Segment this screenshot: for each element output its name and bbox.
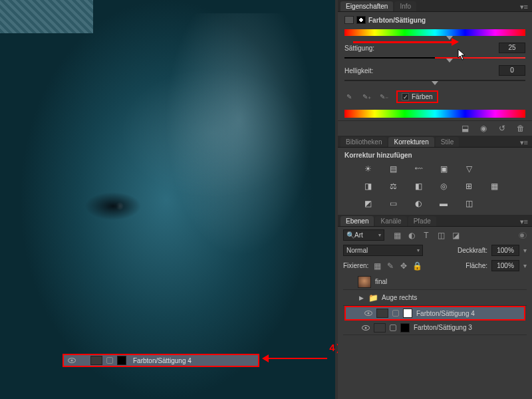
tab-pfade[interactable]: Pfade [408,216,436,226]
opacity-field[interactable]: 100% [491,245,519,256]
link-icon [390,325,396,331]
layer-row[interactable]: final [343,274,527,290]
brightness-label: Helligkeit: [344,67,373,74]
eye-icon[interactable] [68,358,76,363]
right-panels: Eigenschaften Info ▾≡ Farbton/Sättigung … [338,0,532,399]
reset-icon[interactable]: ↺ [497,124,507,133]
tab-info[interactable]: Info [394,1,416,11]
tab-bibliotheken[interactable]: Bibliotheken [340,137,387,147]
threshold-icon[interactable]: ◐ [411,198,426,209]
eyedropper-plus-icon[interactable]: ✎₊ [362,92,371,102]
opacity-label: Deckkraft: [458,247,487,254]
gradient-map-icon[interactable]: ▬ [436,198,451,209]
panel-menu-icon[interactable]: ▾≡ [520,138,528,147]
tab-kanaele[interactable]: Kanäle [375,216,406,226]
mask-swatch [400,323,410,332]
colorize-checkbox-group[interactable]: ✓ Färben [396,90,438,103]
adjustment-thumb [90,356,102,365]
layers-tabbar: Ebenen Kanäle Pfade ▾≡ [338,215,532,227]
bw-icon[interactable]: ◧ [411,180,426,192]
filter-toggle[interactable] [519,232,527,239]
layer-list: final ▶ 📁 Auge rechts Farbton/Sättigung … [343,274,527,335]
colorize-checkbox[interactable]: ✓ [402,93,409,100]
eyedropper-minus-icon[interactable]: ✎₋ [379,92,388,102]
saturation-slider-handle[interactable] [446,59,453,66]
photo-filter-icon[interactable]: ◎ [436,180,451,192]
levels-icon[interactable]: ▤ [386,163,400,175]
layer-row-selected[interactable]: Farbton/Sättigung 4 [344,306,525,321]
panel-menu-icon[interactable]: ▾≡ [520,217,528,226]
document-canvas[interactable] [0,0,335,399]
adjustment-thumb [376,309,388,318]
mask-swatch [403,309,412,318]
filter-adjust-icon[interactable]: ◐ [407,231,416,240]
color-lookup-icon[interactable]: ▦ [487,180,501,192]
layer-row[interactable]: Farbton/Sättigung 3 [343,321,527,335]
trash-icon[interactable]: 🗑 [516,124,525,133]
filter-smart-icon[interactable]: ◪ [451,231,460,240]
layer-thumb [358,276,371,288]
adjustment-icon [344,16,354,24]
properties-tabbar: Eigenschaften Info ▾≡ [338,0,532,12]
adjustments-grid: ☀ ▤ ⬳ ▣ ▽ ◨ ⚖ ◧ ◎ ⊞ ▦ ◩ ▭ ◐ ▬ ◫ [344,159,525,212]
brightness-contrast-icon[interactable]: ☀ [360,163,375,175]
brightness-slider-handle[interactable] [432,81,438,88]
eyedropper-icon[interactable]: ✎ [344,92,354,102]
eye-icon[interactable]: ◉ [479,124,488,133]
blend-mode-select[interactable]: Normal▾ [343,245,423,256]
color-balance-icon[interactable]: ⚖ [386,180,400,192]
saturation-value[interactable]: 25 [499,43,525,53]
properties-body: Farbton/Sättigung Sättigung: 25 Helligke… [338,12,532,120]
selective-color-icon[interactable]: ◫ [462,198,476,209]
exposure-icon[interactable]: ▣ [436,163,451,175]
cursor-pointer [458,49,467,61]
adjustments-tabbar: Bibliotheken Korrekturen Stile ▾≡ [338,136,532,148]
tab-eigenschaften[interactable]: Eigenschaften [340,1,393,11]
filter-shape-icon[interactable]: ◫ [436,231,446,240]
layer-row-group[interactable]: ▶ 📁 Auge rechts [343,290,527,306]
brightness-slider-track[interactable] [344,80,525,81]
lock-all-icon[interactable]: 🔒 [412,261,422,271]
clip-icon[interactable]: ⬓ [460,124,469,133]
layers-body: 🔍Art▾ ▦ ◐ T ◫ ◪ Normal▾ Deckkraft: 100% … [338,227,532,338]
filter-pixel-icon[interactable]: ▦ [392,231,402,240]
layer-name: Auge rechts [382,294,417,301]
huesat-icon[interactable]: ◨ [360,180,375,192]
layer-name: final [375,278,387,285]
filter-type-icon[interactable]: T [422,231,431,240]
posterize-icon[interactable]: ▭ [386,198,400,209]
brightness-value[interactable]: 0 [499,65,525,76]
eye-icon[interactable] [362,325,370,331]
tab-stile[interactable]: Stile [436,137,459,147]
lock-paint-icon[interactable]: ✎ [386,261,395,271]
curves-icon[interactable]: ⬳ [411,163,426,175]
adjustments-heading: Korrektur hinzufügen [344,152,525,159]
layer-filter-select[interactable]: 🔍Art▾ [343,229,384,241]
disclosure-triangle-icon[interactable]: ▶ [358,295,364,301]
channel-mixer-icon[interactable]: ⊞ [462,180,476,192]
folder-icon: 📁 [368,293,378,303]
link-icon [392,310,399,317]
hue-gradient-strip [344,110,525,118]
hue-slider-track[interactable] [344,29,525,36]
invert-icon[interactable]: ◩ [360,198,375,209]
properties-footer: ⬓ ◉ ↺ 🗑 [338,120,532,136]
eye-icon[interactable] [364,311,372,316]
layer-name: Farbton/Sättigung 4 [416,310,475,317]
tab-ebenen[interactable]: Ebenen [340,216,374,226]
properties-title: Farbton/Sättigung [368,17,426,24]
fill-field[interactable]: 100% [491,260,519,271]
saturation-label: Sättigung: [344,45,374,52]
mask-icon [356,16,366,24]
annotation-arrow-3 [353,41,456,43]
lock-label: Fixieren: [343,262,368,269]
floating-layer-label: Farbton/Sättigung 4 [130,357,258,364]
tab-korrekturen[interactable]: Korrekturen [388,137,434,147]
lock-position-icon[interactable]: ✥ [399,261,408,271]
saturation-slider-track[interactable] [344,57,525,59]
lock-transparency-icon[interactable]: ▦ [372,261,382,271]
link-icon [106,357,113,364]
vibrance-icon[interactable]: ▽ [462,163,476,175]
panel-menu-icon[interactable]: ▾≡ [520,3,528,11]
annotation-arrow-4 [263,358,327,359]
